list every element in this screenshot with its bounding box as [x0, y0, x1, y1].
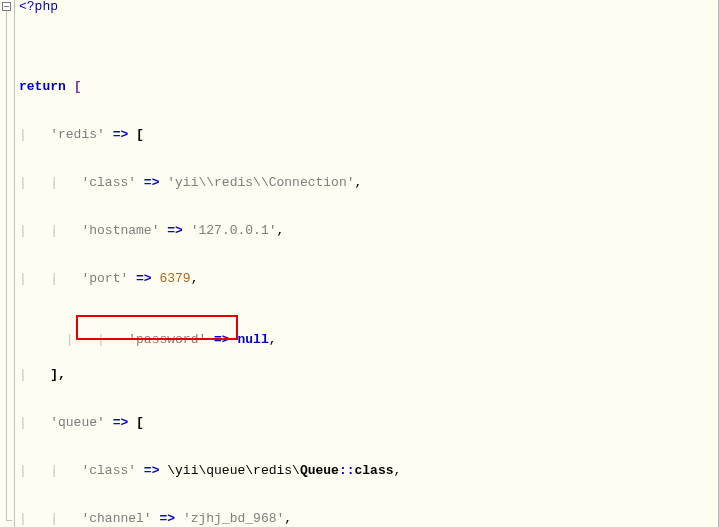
blank-line [15, 16, 717, 32]
port-value: 6379 [159, 271, 190, 286]
return-keyword: return [19, 79, 66, 94]
code-line: | | 'class' => \yii\queue\redis\Queue::c… [15, 464, 717, 480]
blank-line [15, 160, 717, 176]
arrow-op: => [144, 175, 160, 190]
blank-line [15, 288, 717, 304]
arrow-op: => [167, 223, 183, 238]
hostname-key: 'hostname' [81, 223, 159, 238]
code-editor: <?php return [ | 'redis' => [ | | 'class… [0, 0, 719, 527]
blank-line [15, 64, 717, 80]
code-line-highlighted: | | 'password' => null, [15, 320, 717, 336]
blank-line [15, 480, 717, 496]
blank-line [15, 192, 717, 208]
comma: , [394, 463, 402, 478]
blank-line [15, 48, 717, 64]
blank-line [15, 256, 717, 272]
queue-class-name: Queue [300, 463, 339, 478]
fold-guide-line [6, 11, 7, 521]
code-area[interactable]: <?php return [ | 'redis' => [ | | 'class… [15, 0, 717, 527]
password-key: 'password' [128, 332, 206, 347]
queue-key: 'queue' [50, 415, 105, 430]
blank-line [15, 208, 717, 224]
blank-line [15, 432, 717, 448]
arrow-op: => [136, 271, 152, 286]
blank-line [15, 240, 717, 256]
code-line: | 'queue' => [ [15, 416, 717, 432]
blank-line [15, 384, 717, 400]
port-key: 'port' [81, 271, 128, 286]
class-value: 'yii\\redis\\Connection' [167, 175, 354, 190]
hostname-value: '127.0.0.1' [191, 223, 277, 238]
channel-key: 'channel' [81, 511, 151, 526]
code-line: return [ [15, 80, 717, 96]
code-line: | | 'channel' => 'zjhj_bd_968', [15, 512, 717, 527]
bracket-open: [ [136, 415, 144, 430]
blank-line [15, 304, 717, 320]
blank-line [15, 112, 717, 128]
arrow-op: => [214, 332, 230, 347]
code-line: | | 'hostname' => '127.0.0.1', [15, 224, 717, 240]
bracket-open: [ [136, 127, 144, 142]
arrow-op: => [113, 415, 129, 430]
comma: , [191, 271, 199, 286]
password-value: null [237, 332, 268, 347]
comma: , [277, 223, 285, 238]
code-line: | | 'class' => 'yii\\redis\\Connection', [15, 176, 717, 192]
bracket-open: [ [74, 79, 82, 94]
fold-end-icon [6, 520, 12, 521]
arrow-op: => [159, 511, 175, 526]
class-const: class [355, 463, 394, 478]
comma: , [284, 511, 292, 526]
code-line: <?php [15, 0, 717, 16]
blank-line [15, 400, 717, 416]
code-line: | ], [15, 368, 717, 384]
blank-line [15, 448, 717, 464]
bracket-close-comma: ], [50, 367, 66, 382]
fold-minus-icon[interactable] [2, 2, 11, 11]
blank-line [15, 496, 717, 512]
blank-line [15, 352, 717, 368]
queue-class-ns: \yii\queue\redis\ [167, 463, 300, 478]
blank-line [15, 144, 717, 160]
php-open-tag: <?php [19, 0, 58, 14]
channel-value: 'zjhj_bd_968' [183, 511, 284, 526]
queue-class-key: 'class' [81, 463, 136, 478]
arrow-op: => [144, 463, 160, 478]
comma: , [269, 332, 277, 347]
gutter [0, 0, 15, 527]
blank-line [15, 96, 717, 112]
arrow-op: => [113, 127, 129, 142]
class-key: 'class' [81, 175, 136, 190]
double-colon: :: [339, 463, 355, 478]
blank-line [15, 32, 717, 48]
code-line: | 'redis' => [ [15, 128, 717, 144]
code-line: | | 'port' => 6379, [15, 272, 717, 288]
comma: , [355, 175, 363, 190]
redis-key: 'redis' [50, 127, 105, 142]
